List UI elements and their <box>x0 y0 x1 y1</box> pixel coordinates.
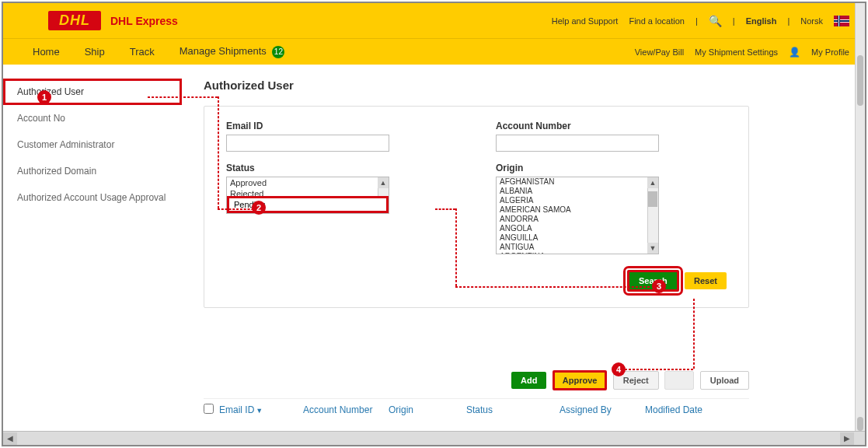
column-status[interactable]: Status <box>466 404 559 415</box>
annotation-callout-4: 4 <box>612 362 626 376</box>
approve-button[interactable]: Approve <box>553 370 608 390</box>
column-assigned-by[interactable]: Assigned By <box>559 404 645 415</box>
origin-select[interactable]: AFGHANISTAN ALBANIA ALGERIA AMERICAN SAM… <box>496 177 659 254</box>
upload-button[interactable]: Upload <box>700 371 749 390</box>
origin-label: Origin <box>496 163 727 173</box>
sidebar-item-authorized-domain[interactable]: Authorized Domain <box>3 158 182 184</box>
status-option-approved[interactable]: Approved <box>227 177 389 188</box>
column-origin[interactable]: Origin <box>389 404 466 415</box>
page-title: Authorized User <box>204 79 749 92</box>
scroll-down-icon[interactable]: ▼ <box>647 243 658 254</box>
table-header: Email ID▼ Account Number Origin Status A… <box>204 398 749 416</box>
status-option-pending[interactable]: Pending <box>227 196 389 213</box>
annotation-callout-3: 3 <box>652 279 666 293</box>
divider: | <box>787 16 790 26</box>
reset-button[interactable]: Reset <box>685 272 727 289</box>
column-modified-date[interactable]: Modified Date <box>645 404 730 415</box>
select-all-checkbox[interactable] <box>204 404 219 416</box>
sort-icon: ▼ <box>256 407 263 415</box>
sidebar-item-account-no[interactable]: Account No <box>3 105 182 131</box>
logo: DHL <box>48 11 101 30</box>
vertical-scrollbar-thumb[interactable] <box>857 417 863 431</box>
scroll-up-icon[interactable]: ▲ <box>378 177 389 188</box>
account-number-field[interactable] <box>496 135 659 152</box>
sidebar-item-customer-admin[interactable]: Customer Administrator <box>3 131 182 158</box>
brand-name: DHL Express <box>110 15 178 27</box>
nav-shipment-settings[interactable]: My Shipment Settings <box>695 47 778 57</box>
vertical-scrollbar-thumb[interactable] <box>857 55 863 106</box>
origin-option[interactable]: AFGHANISTAN <box>497 177 658 187</box>
nav-my-profile[interactable]: My Profile <box>811 47 849 57</box>
email-label: Email ID <box>226 121 457 131</box>
add-button[interactable]: Add <box>511 372 546 389</box>
horizontal-scrollbar[interactable]: ◀ ▶ <box>3 431 865 445</box>
origin-option[interactable]: ANDORRA <box>497 215 658 224</box>
search-icon[interactable]: 🔍 <box>709 15 722 27</box>
nav-track[interactable]: Track <box>130 46 155 58</box>
notification-badge: 12 <box>272 46 284 58</box>
column-email[interactable]: Email ID▼ <box>219 404 303 415</box>
divider: | <box>695 16 698 26</box>
status-label: Status <box>226 163 457 173</box>
annotation-callout-1: 1 <box>37 90 51 104</box>
language-english[interactable]: English <box>746 16 777 26</box>
status-option-rejected[interactable]: Rejected <box>227 188 389 196</box>
flag-norway-icon <box>834 16 849 26</box>
origin-option[interactable]: ARGENTINA <box>497 252 658 254</box>
account-number-label: Account Number <box>496 121 727 131</box>
origin-option[interactable]: ANGUILLA <box>497 233 658 243</box>
app-header: DHL DHL Express Help and Support Find a … <box>3 3 865 38</box>
disabled-button <box>664 371 694 390</box>
nav-view-pay-bill[interactable]: View/Pay Bill <box>635 47 684 57</box>
nav-home[interactable]: Home <box>33 46 60 58</box>
sidebar: Authorized User Account No Customer Admi… <box>3 65 182 431</box>
search-panel: Email ID Account Number Status Approved … <box>204 106 749 308</box>
origin-option[interactable]: ALBANIA <box>497 187 658 196</box>
column-label: Email ID <box>219 404 254 415</box>
divider: | <box>733 16 735 26</box>
language-norsk[interactable]: Norsk <box>800 16 823 26</box>
scroll-left-icon[interactable]: ◀ <box>3 432 17 445</box>
annotation-callout-2: 2 <box>252 201 266 215</box>
main-nav: Home Ship Track Manage Shipments 12 View… <box>3 38 865 65</box>
nav-manage-label: Manage Shipments <box>180 45 267 57</box>
origin-option[interactable]: ANGOLA <box>497 224 658 233</box>
nav-manage-shipments[interactable]: Manage Shipments 12 <box>180 45 285 58</box>
scroll-right-icon[interactable]: ▶ <box>840 432 854 445</box>
email-field[interactable] <box>226 135 389 152</box>
sidebar-item-account-usage-approval[interactable]: Authorized Account Usage Approval <box>3 184 182 211</box>
main-content: Authorized User Email ID Account Number … <box>182 65 772 431</box>
find-location-link[interactable]: Find a location <box>629 16 685 26</box>
origin-option[interactable]: ANTIGUA <box>497 243 658 252</box>
profile-icon: 👤 <box>789 47 800 58</box>
scrollbar-thumb[interactable] <box>648 191 657 207</box>
help-link[interactable]: Help and Support <box>552 16 619 26</box>
action-bar: Add Approve Reject Upload <box>204 370 749 390</box>
origin-option[interactable]: ALGERIA <box>497 196 658 205</box>
scroll-up-icon[interactable]: ▲ <box>647 177 658 188</box>
sidebar-item-authorized-user[interactable]: Authorized User <box>3 79 182 105</box>
column-account-number[interactable]: Account Number <box>303 404 389 415</box>
origin-option[interactable]: AMERICAN SAMOA <box>497 205 658 215</box>
nav-ship[interactable]: Ship <box>85 46 105 58</box>
